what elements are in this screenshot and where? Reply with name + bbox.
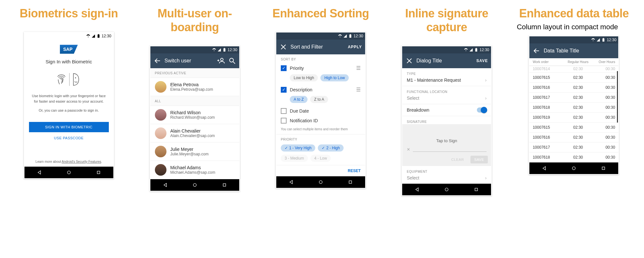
svg-rect-5 xyxy=(223,49,225,52)
signin-biometric-button[interactable]: SIGN IN WITH BIOMETRIC xyxy=(29,122,109,132)
svg-rect-18 xyxy=(475,188,478,191)
table-row[interactable]: 1000761502:3000:30 xyxy=(529,123,618,133)
user-row[interactable]: Alain ChevalierAlain.Chevalier@sap.com xyxy=(150,124,239,143)
table-row[interactable]: 1000761802:3000:30 xyxy=(529,103,618,113)
reset-button[interactable]: RESET xyxy=(348,169,361,173)
status-bar: 12:30 xyxy=(529,36,618,43)
drag-handle-icon[interactable]: ☰ xyxy=(356,65,361,71)
appbar-title: Switch user xyxy=(165,58,214,64)
priority-chip[interactable]: ✓ 2 - High xyxy=(318,144,344,152)
status-bar: 12:30 xyxy=(24,32,113,40)
sort-checkbox[interactable] xyxy=(281,65,287,71)
nav-home-icon[interactable] xyxy=(570,164,578,172)
android-nav xyxy=(402,184,491,195)
nav-home-icon[interactable] xyxy=(65,169,73,176)
learn-more-link[interactable]: Android's Security Features xyxy=(62,160,101,163)
wifi-icon xyxy=(212,48,216,52)
user-row[interactable]: Michael AdamsMichael.Adams@sap.com xyxy=(150,161,239,179)
nav-recent-icon[interactable] xyxy=(346,178,354,186)
status-bar: 12:30 xyxy=(150,46,239,53)
table-row[interactable]: 1000761602:3000:30 xyxy=(529,133,618,143)
svg-point-17 xyxy=(445,188,448,191)
user-row[interactable]: Julie MeyerJulie.Meyer@sap.com xyxy=(150,143,239,161)
clock: 12:30 xyxy=(607,38,616,42)
scroll-indicator[interactable] xyxy=(617,71,618,123)
clock: 12:30 xyxy=(479,48,489,52)
biometric-icon xyxy=(56,71,82,88)
avatar xyxy=(155,164,166,176)
add-user-icon[interactable] xyxy=(217,57,225,65)
appbar-title: Sort and Filter xyxy=(290,44,345,50)
user-email: Julie.Meyer@sap.com xyxy=(170,152,209,156)
nav-home-icon[interactable] xyxy=(191,181,199,189)
type-field[interactable]: M1 - Maintenance Request› xyxy=(402,76,491,86)
nav-home-icon[interactable] xyxy=(443,186,450,193)
search-icon[interactable] xyxy=(228,57,236,65)
nav-home-icon[interactable] xyxy=(317,178,325,186)
priority-chip[interactable]: 3 - Medium xyxy=(281,155,308,162)
save-signature-button[interactable]: SAVE xyxy=(470,156,488,163)
signature-area[interactable]: Tap to Sign ✕ CLEAR SAVE xyxy=(402,124,491,166)
sort-item-label: Description xyxy=(290,87,353,92)
android-nav xyxy=(529,162,618,174)
tap-to-sign: Tap to Sign xyxy=(402,138,491,143)
clear-signature-button[interactable]: CLEAR xyxy=(448,156,468,163)
nav-back-icon[interactable] xyxy=(413,186,421,193)
svg-rect-20 xyxy=(603,38,604,39)
breakdown-toggle[interactable] xyxy=(477,107,487,113)
signal-icon xyxy=(596,38,600,42)
close-icon[interactable] xyxy=(279,43,287,51)
clock: 12:30 xyxy=(102,34,111,38)
user-row[interactable]: Richard WilsonRichard.Wilson@sap.com xyxy=(150,106,239,124)
close-icon[interactable] xyxy=(405,57,413,65)
battery-icon xyxy=(348,34,352,38)
table-row[interactable]: 1000761702:3000:30 xyxy=(529,93,618,103)
nav-recent-icon[interactable] xyxy=(472,186,480,193)
sort-checkbox[interactable] xyxy=(281,108,287,114)
sort-checkbox[interactable] xyxy=(281,118,287,124)
sort-option-chip[interactable]: A to Z xyxy=(290,96,308,103)
save-button[interactable]: SAVE xyxy=(476,59,488,63)
user-name: Elena Petrova xyxy=(170,82,213,87)
status-bar: 12:30 xyxy=(402,46,491,53)
table-row[interactable]: 1000761702:3000:30 xyxy=(529,143,618,152)
nav-recent-icon[interactable] xyxy=(221,181,228,189)
sort-checkbox[interactable] xyxy=(281,87,287,93)
nav-back-icon[interactable] xyxy=(287,178,295,186)
equipment-field[interactable]: Select› xyxy=(402,174,491,184)
svg-rect-14 xyxy=(349,181,352,183)
signal-icon xyxy=(343,34,347,38)
back-icon[interactable] xyxy=(154,57,161,65)
priority-header: PRIORITY xyxy=(276,134,365,143)
svg-rect-10 xyxy=(223,184,226,186)
funcloc-field[interactable]: Select› xyxy=(402,94,491,104)
sort-option-chip[interactable]: High to Low xyxy=(320,74,348,81)
priority-chip[interactable]: ✓ 1 - Very High xyxy=(281,144,315,152)
sortby-header: SORT BY xyxy=(276,54,365,63)
user-row[interactable]: Elena Petrova Elena.Petrova@sap.com xyxy=(150,78,239,96)
android-nav xyxy=(24,167,113,178)
nav-back-icon[interactable] xyxy=(540,164,548,172)
back-icon[interactable] xyxy=(533,47,540,55)
use-passcode-button[interactable]: USE PASSCODE xyxy=(50,132,88,144)
table-row[interactable]: 1000761602:3000:30 xyxy=(529,83,618,93)
signal-icon xyxy=(91,34,95,38)
nav-back-icon[interactable] xyxy=(35,169,43,176)
table-row[interactable]: 1000761802:3000:30 xyxy=(529,152,618,162)
table-row[interactable]: 1000761502:3000:30 xyxy=(529,73,618,83)
user-name: Julie Meyer xyxy=(170,147,209,152)
sort-option-chip[interactable]: Low to High xyxy=(290,74,318,81)
priority-chip[interactable]: 4 - Low xyxy=(310,155,331,162)
funcloc-label: FUNCTIONAL LOCATION xyxy=(402,86,491,94)
sap-logo xyxy=(60,45,78,54)
svg-rect-12 xyxy=(350,34,351,35)
battery-icon xyxy=(474,48,478,52)
nav-recent-icon[interactable] xyxy=(600,164,607,172)
sort-option-chip[interactable]: Z to A xyxy=(310,96,328,103)
drag-handle-icon[interactable]: ☰ xyxy=(356,87,361,93)
table-row[interactable]: 1000761902:3000:30 xyxy=(529,113,618,123)
nav-recent-icon[interactable] xyxy=(95,169,102,176)
apply-button[interactable]: APPLY xyxy=(348,45,362,49)
nav-back-icon[interactable] xyxy=(161,181,169,189)
appbar-title: Data Table Title xyxy=(544,48,615,54)
